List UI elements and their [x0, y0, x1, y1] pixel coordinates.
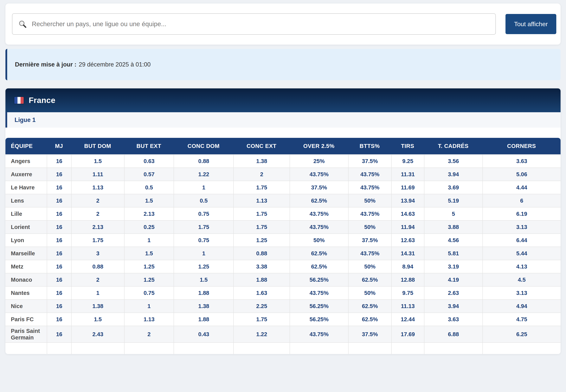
stat-cell	[391, 342, 424, 354]
stat-cell: 1.75	[233, 312, 290, 326]
stat-cell: 16	[47, 233, 71, 247]
stat-cell: 1.88	[174, 286, 233, 299]
stat-cell: 1	[174, 181, 233, 194]
stat-cell: 1.25	[174, 260, 233, 273]
stat-cell: 0.43	[174, 326, 233, 342]
stat-cell: 4.56	[424, 233, 482, 247]
stat-cell: 2	[71, 273, 124, 286]
stat-cell: 6.25	[482, 326, 561, 342]
column-header: BUT DOM	[71, 138, 124, 154]
stat-cell: 8.94	[391, 260, 424, 273]
team-name-cell: Lorient	[5, 220, 47, 233]
stat-cell: 1.75	[233, 207, 290, 220]
stat-cell: 43.75%	[290, 207, 348, 220]
stat-cell: 0.25	[124, 220, 174, 233]
stat-cell: 37.5%	[348, 233, 391, 247]
country-name: France	[29, 96, 55, 105]
column-header: MJ	[47, 138, 71, 154]
stat-cell: 4.5	[482, 273, 561, 286]
stat-cell: 4.44	[482, 181, 561, 194]
stat-cell: 62.5%	[290, 247, 348, 260]
stat-cell: 25%	[290, 154, 348, 168]
table-row: Le Havre161.130.511.7537.5%43.75%11.693.…	[5, 181, 561, 194]
stat-cell: 62.5%	[290, 260, 348, 273]
team-name-cell: Marseille	[5, 247, 47, 260]
stat-cell: 2.13	[124, 207, 174, 220]
stat-cell: 16	[47, 220, 71, 233]
country-card: France Ligue 1 ÉQUIPEMJBUT DOMBUT EXTCON…	[5, 88, 561, 354]
stat-cell: 1.22	[174, 168, 233, 181]
update-banner: Dernière mise à jour : 29 décembre 2025 …	[5, 49, 561, 80]
stat-cell: 1.38	[71, 299, 124, 312]
table-row: Paris FC161.51.131.881.7556.25%62.5%12.4…	[5, 312, 561, 326]
stat-cell: 4.13	[482, 260, 561, 273]
stat-cell	[482, 342, 561, 354]
column-header: T. CADRÉS	[424, 138, 482, 154]
column-header: BUT EXT	[124, 138, 174, 154]
stat-cell	[174, 342, 233, 354]
table-row: Angers161.50.630.881.3825%37.5%9.253.563…	[5, 154, 561, 168]
table-gap	[5, 127, 561, 138]
stat-cell: 9.75	[391, 286, 424, 299]
country-header: France	[5, 88, 561, 112]
stat-cell: 2.43	[71, 326, 124, 342]
team-name-cell: Paris Saint Germain	[5, 326, 47, 342]
stat-cell: 50%	[348, 220, 391, 233]
stat-cell: 6.19	[482, 207, 561, 220]
column-header: CORNERS	[482, 138, 561, 154]
column-header: OVER 2.5%	[290, 138, 348, 154]
stat-cell: 6.44	[482, 233, 561, 247]
stat-cell: 3.63	[482, 154, 561, 168]
stat-cell: 1.25	[233, 233, 290, 247]
stat-cell: 50%	[348, 260, 391, 273]
stat-cell: 56.25%	[290, 312, 348, 326]
stat-cell: 2	[71, 194, 124, 207]
search-icon	[18, 20, 27, 28]
stat-cell: 3.94	[424, 299, 482, 312]
stat-cell: 1.5	[71, 312, 124, 326]
stat-cell: 1.88	[233, 273, 290, 286]
stat-cell: 1.75	[71, 233, 124, 247]
stat-cell: 2.13	[71, 220, 124, 233]
search-input[interactable]	[12, 13, 496, 35]
stat-cell: 16	[47, 326, 71, 342]
update-banner-value: 29 décembre 2025 à 01:00	[79, 61, 151, 68]
show-all-button[interactable]: Tout afficher	[506, 14, 556, 34]
stat-cell: 3.13	[482, 220, 561, 233]
stat-cell: 50%	[348, 194, 391, 207]
stat-cell: 12.44	[391, 312, 424, 326]
table-header-row: ÉQUIPEMJBUT DOMBUT EXTCONC DOMCONC EXTOV…	[5, 138, 561, 154]
stat-cell: 6.88	[424, 326, 482, 342]
stat-cell: 16	[47, 181, 71, 194]
table-row: Lyon161.7510.751.2550%37.5%12.634.566.44	[5, 233, 561, 247]
stats-table: ÉQUIPEMJBUT DOMBUT EXTCONC DOMCONC EXTOV…	[5, 138, 561, 354]
stat-cell: 5.81	[424, 247, 482, 260]
stat-cell: 0.88	[174, 154, 233, 168]
stat-cell: 0.88	[233, 247, 290, 260]
stat-cell: 1.88	[174, 312, 233, 326]
stat-cell: 1	[174, 247, 233, 260]
stat-cell: 3.63	[424, 312, 482, 326]
stat-cell	[124, 342, 174, 354]
stat-cell: 37.5%	[290, 181, 348, 194]
search-card: Tout afficher	[5, 3, 561, 45]
stat-cell: 43.75%	[348, 168, 391, 181]
stat-cell: 1.75	[233, 181, 290, 194]
team-name-cell: Metz	[5, 260, 47, 273]
table-row: Lens1621.50.51.1362.5%50%13.945.196	[5, 194, 561, 207]
stat-cell: 16	[47, 168, 71, 181]
stat-cell: 6	[482, 194, 561, 207]
stat-cell: 62.5%	[348, 273, 391, 286]
stat-cell: 5.19	[424, 194, 482, 207]
stat-cell: 3.13	[482, 286, 561, 299]
team-name-cell: Lille	[5, 207, 47, 220]
table-row-partial	[5, 342, 561, 354]
team-name-cell: Auxerre	[5, 168, 47, 181]
stat-cell: 0.57	[124, 168, 174, 181]
stat-cell: 16	[47, 154, 71, 168]
stat-cell: 56.25%	[290, 273, 348, 286]
team-name-cell: Monaco	[5, 273, 47, 286]
column-header: ÉQUIPE	[5, 138, 47, 154]
stat-cell: 2	[124, 326, 174, 342]
stat-cell: 16	[47, 273, 71, 286]
